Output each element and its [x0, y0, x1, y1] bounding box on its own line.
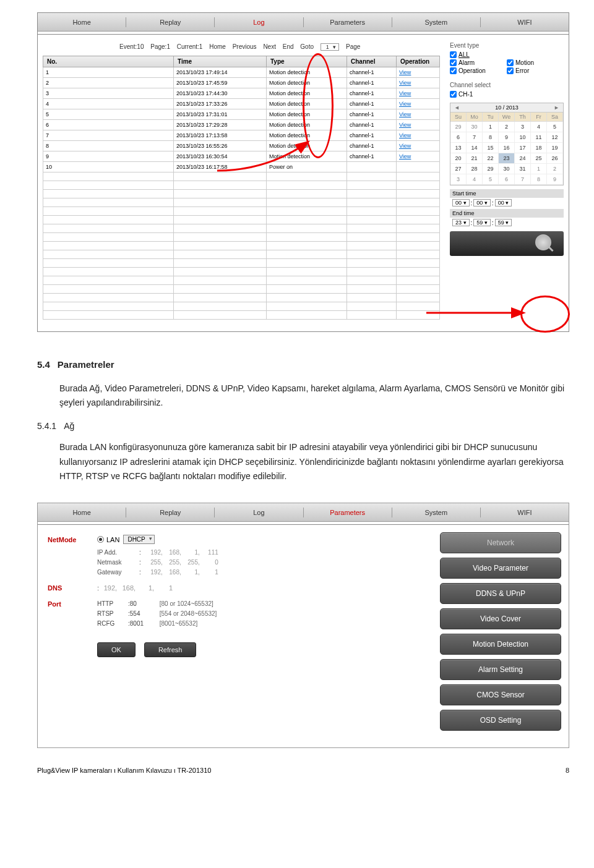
calendar-day[interactable]: 12 [547, 132, 563, 143]
calendar-day[interactable]: 9 [547, 174, 563, 185]
calendar-day[interactable]: 5 [547, 122, 563, 132]
calendar-day[interactable]: 30 [467, 122, 483, 132]
table-row [43, 181, 440, 190]
nav-home[interactable]: Home [209, 43, 226, 50]
ptab-wifi[interactable]: WIFI [481, 509, 569, 516]
ptab-log[interactable]: Log [215, 509, 303, 516]
view-link[interactable]: View [397, 109, 440, 120]
view-link[interactable]: View [397, 130, 440, 141]
dhcp-select[interactable]: DHCP [123, 535, 154, 544]
nav-previous[interactable]: Previous [233, 43, 257, 50]
cal-next[interactable]: ► [554, 104, 559, 111]
calendar-day[interactable]: 7 [467, 132, 483, 143]
calendar-day[interactable]: 26 [547, 153, 563, 164]
calendar-day[interactable]: 22 [483, 153, 499, 164]
calendar-day[interactable]: 10 [515, 132, 531, 143]
ptab-parameters[interactable]: Parameters [304, 509, 392, 516]
ok-button[interactable]: OK [97, 642, 136, 657]
goto-input[interactable]: 1 ▾ [321, 43, 340, 51]
view-link[interactable]: View [397, 141, 440, 151]
nav-end[interactable]: End [283, 43, 294, 50]
side-alarm-setting[interactable]: Alarm Setting [440, 659, 561, 680]
calendar-day[interactable]: 3 [515, 122, 531, 132]
view-link[interactable]: View [397, 151, 440, 162]
calendar-day[interactable]: 19 [547, 143, 563, 153]
calendar-day[interactable]: 17 [515, 143, 531, 153]
side-motion-detection[interactable]: Motion Detection [440, 634, 561, 655]
calendar[interactable]: ◄ 10 / 2013 ► SuMoTuWeThFrSa293012345678… [450, 103, 564, 185]
view-link[interactable]: View [397, 67, 440, 78]
calendar-day[interactable]: 24 [515, 153, 531, 164]
cb-ch1[interactable]: CH-1 [450, 91, 507, 98]
search-bar[interactable] [450, 231, 564, 256]
cb-operation[interactable]: Operation [450, 67, 507, 74]
calendar-day[interactable]: 28 [467, 164, 483, 174]
calendar-day[interactable]: 9 [499, 132, 515, 143]
calendar-day[interactable]: 27 [450, 164, 467, 174]
tab-log[interactable]: Log [215, 19, 303, 26]
calendar-day[interactable]: 18 [531, 143, 547, 153]
calendar-day[interactable]: 3 [450, 174, 467, 185]
calendar-day[interactable]: 7 [515, 174, 531, 185]
view-link[interactable]: View [397, 88, 440, 99]
tab-replay[interactable]: Replay [126, 19, 214, 26]
nav-next[interactable]: Next [263, 43, 276, 50]
tab-parameters[interactable]: Parameters [304, 19, 392, 26]
table-row [43, 216, 440, 224]
calendar-day[interactable]: 15 [483, 143, 499, 153]
calendar-day[interactable]: 13 [450, 143, 467, 153]
calendar-day[interactable]: 4 [531, 122, 547, 132]
side-osd-setting[interactable]: OSD Setting [440, 710, 561, 731]
calendar-day[interactable]: 2 [547, 164, 563, 174]
refresh-button[interactable]: Refresh [144, 642, 197, 657]
start-hh[interactable]: 00 ▾ [452, 199, 470, 206]
side-video-cover[interactable]: Video Cover [440, 608, 561, 629]
end-hh[interactable]: 23 ▾ [452, 219, 470, 226]
calendar-day[interactable]: 6 [499, 174, 515, 185]
cb-motion[interactable]: Motion [507, 59, 564, 66]
side-cmos-sensor[interactable]: CMOS Sensor [440, 684, 561, 705]
view-link[interactable]: View [397, 120, 440, 130]
cb-all[interactable]: ALL [450, 51, 564, 58]
search-icon[interactable] [535, 234, 551, 250]
ptab-system[interactable]: System [392, 509, 480, 516]
end-ss[interactable]: 59 ▾ [495, 219, 512, 226]
side-ddns-upnp[interactable]: DDNS & UPnP [440, 583, 561, 604]
calendar-day[interactable]: 8 [531, 174, 547, 185]
tab-wifi[interactable]: WIFI [481, 19, 569, 26]
calendar-day[interactable]: 20 [450, 153, 467, 164]
calendar-day[interactable]: 1 [531, 164, 547, 174]
calendar-day[interactable]: 6 [450, 132, 467, 143]
table-row [43, 190, 440, 198]
calendar-day[interactable]: 8 [483, 132, 499, 143]
calendar-day[interactable]: 14 [467, 143, 483, 153]
calendar-day[interactable]: 1 [483, 122, 499, 132]
side-network[interactable]: Network [440, 532, 561, 553]
ptab-home[interactable]: Home [38, 509, 126, 516]
tab-home[interactable]: Home [38, 19, 126, 26]
start-ss[interactable]: 00 ▾ [495, 199, 512, 206]
tab-system[interactable]: System [392, 19, 480, 26]
calendar-day[interactable]: 23 [499, 153, 515, 164]
cb-error[interactable]: Error [507, 67, 564, 74]
side-video-parameter[interactable]: Video Parameter [440, 558, 561, 579]
cb-alarm[interactable]: Alarm [450, 59, 507, 66]
calendar-day[interactable]: 30 [499, 164, 515, 174]
calendar-day[interactable]: 2 [499, 122, 515, 132]
calendar-day[interactable]: 5 [483, 174, 499, 185]
end-mm[interactable]: 59 ▾ [473, 219, 491, 226]
view-link[interactable]: View [397, 99, 440, 109]
ptab-replay[interactable]: Replay [126, 509, 214, 516]
view-link[interactable]: View [397, 78, 440, 88]
start-mm[interactable]: 00 ▾ [473, 199, 491, 206]
calendar-day[interactable]: 29 [450, 122, 467, 132]
cal-prev[interactable]: ◄ [454, 104, 460, 111]
calendar-day[interactable]: 29 [483, 164, 499, 174]
calendar-day[interactable]: 4 [467, 174, 483, 185]
calendar-day[interactable]: 21 [467, 153, 483, 164]
calendar-day[interactable]: 25 [531, 153, 547, 164]
calendar-day[interactable]: 11 [531, 132, 547, 143]
lan-radio[interactable]: LAN [97, 536, 119, 543]
calendar-day[interactable]: 31 [515, 164, 531, 174]
calendar-day[interactable]: 16 [499, 143, 515, 153]
